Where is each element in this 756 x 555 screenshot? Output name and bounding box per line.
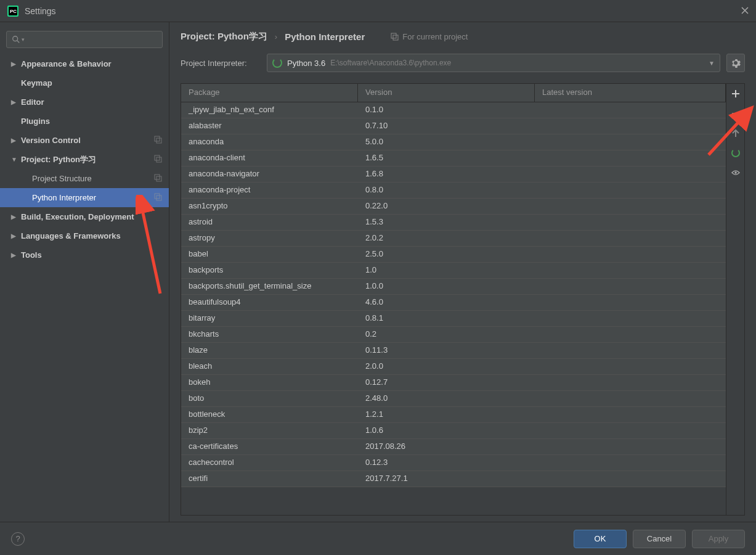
cell-latest [535, 455, 726, 471]
cell-latest [535, 231, 726, 246]
apply-button[interactable]: Apply [692, 530, 745, 548]
table-row[interactable]: anaconda-navigator1.6.8 [181, 166, 726, 183]
sidebar-item-label: Appearance & Behavior [21, 59, 112, 68]
breadcrumb: Project: Python学习 › Python Interpreter F… [181, 31, 745, 43]
cell-latest [535, 439, 726, 454]
sidebar-item-build-execution-deployment[interactable]: ▶Build, Execution, Deployment [0, 207, 169, 226]
table-row[interactable]: bleach2.0.0 [181, 359, 726, 375]
table-row[interactable]: _ipyw_jlab_nb_ext_conf0.1.0 [181, 102, 726, 118]
table-row[interactable]: babel2.5.0 [181, 247, 726, 263]
interpreter-select[interactable]: Python 3.6 E:\software\Anaconda3.6\pytho… [267, 54, 720, 72]
sidebar-item-label: Project: Python学习 [21, 154, 96, 165]
scope-indicator: For current project [391, 32, 468, 41]
sidebar-item-keymap[interactable]: Keymap [0, 73, 169, 92]
svg-rect-8 [156, 157, 161, 162]
sidebar-item-label: Languages & Frameworks [21, 231, 121, 240]
table-row[interactable]: bzip21.0.6 [181, 423, 726, 439]
interpreter-path: E:\software\Anaconda3.6\python.exe [330, 59, 451, 67]
table-row[interactable]: cachecontrol0.12.3 [181, 455, 726, 471]
settings-main: Project: Python学习 › Python Interpreter F… [169, 22, 756, 522]
cell-version: 2.48.0 [358, 391, 535, 406]
col-version[interactable]: Version [358, 84, 535, 102]
packages-rows[interactable]: _ipyw_jlab_nb_ext_conf0.1.0alabaster0.7.… [181, 102, 726, 515]
table-row[interactable]: bokeh0.12.7 [181, 375, 726, 391]
cell-version: 4.6.0 [358, 295, 535, 310]
python-ring-icon [272, 58, 282, 68]
col-latest[interactable]: Latest version [535, 84, 726, 102]
table-row[interactable]: blaze0.11.3 [181, 343, 726, 359]
table-row[interactable]: certifi2017.7.27.1 [181, 471, 726, 487]
add-package-button[interactable] [726, 84, 744, 104]
table-row[interactable]: beautifulsoup44.6.0 [181, 295, 726, 311]
minus-icon [731, 109, 740, 118]
cell-version: 0.12.7 [358, 375, 535, 390]
close-icon[interactable] [741, 6, 749, 16]
table-row[interactable]: astroid1.5.3 [181, 215, 726, 231]
cell-package: ca-certificates [181, 439, 358, 454]
cell-latest [535, 471, 726, 487]
sidebar-item-label: Tools [21, 250, 42, 260]
sidebar-item-project-structure[interactable]: Project Structure [0, 169, 169, 188]
cell-latest [535, 311, 726, 326]
upgrade-package-button[interactable] [726, 123, 744, 143]
cell-version: 1.0.6 [358, 423, 535, 438]
cell-package: bokeh [181, 375, 358, 390]
cell-version: 1.5.3 [358, 215, 535, 230]
sidebar-item-plugins[interactable]: Plugins [0, 112, 169, 131]
cell-package: bottleneck [181, 407, 358, 422]
table-row[interactable]: boto2.48.0 [181, 391, 726, 407]
expand-arrow-icon: ▼ [11, 156, 17, 163]
cell-package: astropy [181, 231, 358, 246]
cell-version: 0.11.3 [358, 343, 535, 358]
show-early-releases-button[interactable] [726, 163, 744, 183]
cell-package: babel [181, 247, 358, 262]
table-row[interactable]: asn1crypto0.22.0 [181, 199, 726, 215]
remove-package-button[interactable] [726, 104, 744, 123]
ok-button[interactable]: OK [574, 530, 627, 548]
cell-version: 0.2 [358, 327, 535, 342]
sidebar-item-tools[interactable]: ▶Tools [0, 245, 169, 265]
cancel-button[interactable]: Cancel [633, 530, 686, 548]
svg-point-3 [13, 36, 18, 41]
cell-version: 1.0.0 [358, 279, 535, 294]
cell-version: 1.6.8 [358, 166, 535, 182]
cell-latest [535, 343, 726, 358]
sidebar-item-label: Project Structure [32, 174, 92, 183]
table-row[interactable]: backports1.0 [181, 263, 726, 279]
table-row[interactable]: bitarray0.8.1 [181, 311, 726, 327]
cell-latest [535, 391, 726, 406]
svg-text:PC: PC [10, 9, 17, 14]
conda-ring-button[interactable] [726, 143, 744, 163]
table-row[interactable]: astropy2.0.2 [181, 231, 726, 247]
copy-icon [154, 155, 163, 165]
sidebar-item-python-interpreter[interactable]: Python Interpreter [0, 188, 169, 207]
table-row[interactable]: backports.shutil_get_terminal_size1.0.0 [181, 279, 726, 295]
sidebar-item-appearance-behavior[interactable]: ▶Appearance & Behavior [0, 54, 169, 73]
expand-arrow-icon: ▶ [11, 99, 17, 105]
table-row[interactable]: anaconda5.0.0 [181, 134, 726, 150]
table-row[interactable]: bkcharts0.2 [181, 327, 726, 343]
cell-latest [535, 279, 726, 294]
pycharm-logo-icon: PC [7, 6, 18, 17]
table-row[interactable]: ca-certificates2017.08.26 [181, 439, 726, 455]
table-row[interactable]: anaconda-project0.8.0 [181, 183, 726, 199]
copy-icon [154, 174, 163, 184]
col-package[interactable]: Package [181, 84, 358, 102]
search-input[interactable]: ▾ [6, 31, 163, 48]
cell-package: bkcharts [181, 327, 358, 342]
titlebar: PC Settings [0, 0, 756, 22]
cell-version: 2.0.2 [358, 231, 535, 246]
interpreter-settings-button[interactable] [726, 54, 745, 72]
table-row[interactable]: anaconda-client1.6.5 [181, 150, 726, 166]
table-row[interactable]: bottleneck1.2.1 [181, 407, 726, 423]
breadcrumb-parent[interactable]: Project: Python学习 [181, 31, 267, 43]
sidebar-item-project-python-[interactable]: ▼Project: Python学习 [0, 150, 169, 169]
sidebar-item-editor[interactable]: ▶Editor [0, 92, 169, 112]
sidebar-item-version-control[interactable]: ▶Version Control [0, 131, 169, 150]
table-row[interactable]: alabaster0.7.10 [181, 118, 726, 134]
interpreter-label: Project Interpreter: [181, 59, 261, 68]
help-button[interactable]: ? [11, 532, 25, 546]
svg-rect-5 [155, 136, 160, 141]
cell-latest [535, 247, 726, 262]
sidebar-item-languages-frameworks[interactable]: ▶Languages & Frameworks [0, 226, 169, 245]
